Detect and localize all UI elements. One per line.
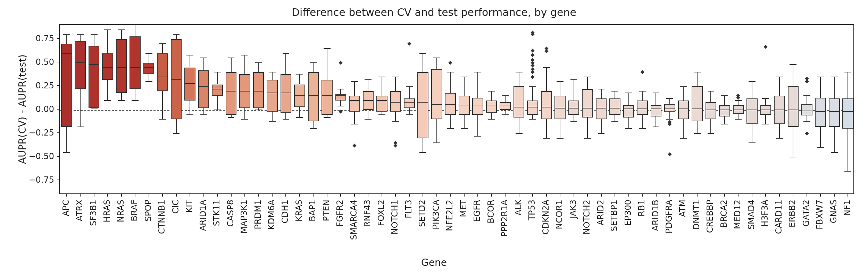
boxplot-box bbox=[485, 25, 498, 193]
boxplot-box bbox=[252, 25, 265, 193]
x-tick bbox=[190, 194, 190, 197]
x-tick-label: NF1 bbox=[842, 200, 852, 216]
x-tick-label: ATRX bbox=[75, 200, 84, 221]
boxplot-box bbox=[649, 25, 663, 193]
x-tick bbox=[327, 194, 327, 197]
x-tick bbox=[66, 194, 67, 197]
x-tick-label: ALK bbox=[514, 200, 523, 216]
x-tick-label: CDKN2A bbox=[541, 200, 551, 235]
boxplot-box bbox=[156, 25, 169, 193]
x-tick-label: RNF43 bbox=[362, 200, 372, 227]
boxplot-box bbox=[238, 25, 251, 193]
x-tick-label: KRAS bbox=[294, 200, 304, 221]
x-tick bbox=[532, 194, 533, 197]
boxplot-box bbox=[87, 25, 101, 193]
x-tick bbox=[340, 194, 341, 197]
x-tick-label: SETBP1 bbox=[609, 200, 619, 231]
x-tick-label: FLT3 bbox=[404, 200, 414, 218]
boxplot-box bbox=[60, 25, 73, 193]
x-tick-label: EGFR bbox=[472, 200, 482, 222]
boxplot-box bbox=[800, 25, 813, 193]
x-tick bbox=[848, 194, 848, 197]
boxplot-box bbox=[115, 25, 128, 193]
outlier-point bbox=[805, 77, 809, 80]
x-tick-label: KDM6A bbox=[267, 200, 276, 230]
x-tick bbox=[615, 194, 615, 197]
x-tick bbox=[765, 194, 766, 197]
boxplot-box bbox=[471, 25, 484, 193]
outlier-point bbox=[531, 67, 534, 71]
x-tick bbox=[162, 194, 163, 197]
boxplot-box bbox=[786, 25, 800, 193]
outlier-point bbox=[764, 45, 768, 49]
x-tick-label: ARID1A bbox=[198, 200, 208, 231]
boxplot-box bbox=[416, 25, 430, 193]
outlier-point bbox=[531, 75, 534, 79]
boxplot-box bbox=[169, 25, 183, 193]
boxplot-box bbox=[265, 25, 279, 193]
x-tick-label: JAK3 bbox=[568, 200, 578, 218]
x-tick-label: TP53 bbox=[527, 200, 537, 220]
x-tick-label: PDGFRA bbox=[664, 200, 674, 233]
boxplot-box bbox=[677, 25, 690, 193]
boxplot-box bbox=[197, 25, 210, 193]
x-tick-label: ERBB2 bbox=[787, 200, 797, 227]
x-tick bbox=[231, 194, 232, 197]
boxplot-box bbox=[142, 25, 156, 193]
x-tick-label: STK11 bbox=[212, 200, 222, 226]
x-tick bbox=[450, 194, 451, 197]
x-tick bbox=[395, 194, 396, 197]
boxplot-box bbox=[745, 25, 759, 193]
boxplot-box bbox=[320, 25, 334, 193]
x-tick bbox=[505, 194, 506, 197]
boxplot-box bbox=[635, 25, 649, 193]
x-tick-label: PRDM1 bbox=[253, 200, 263, 229]
plot-container: −0.75−0.50−0.250.000.250.500.75 bbox=[59, 24, 854, 194]
outlier-point bbox=[805, 131, 809, 135]
boxplot-box bbox=[773, 25, 786, 193]
x-tick-label: GNAS bbox=[829, 200, 838, 223]
x-tick bbox=[738, 194, 738, 197]
boxplot-box bbox=[814, 25, 827, 193]
y-tick-label: 0.25 bbox=[26, 81, 54, 90]
boxplot-box bbox=[663, 25, 676, 193]
y-tick-label: 0.00 bbox=[26, 104, 54, 114]
x-tick-label: MED12 bbox=[733, 200, 742, 229]
boxplot-box bbox=[567, 25, 581, 193]
boxplot-box bbox=[526, 25, 539, 193]
x-tick bbox=[574, 194, 574, 197]
x-tick-label: ARID2 bbox=[596, 200, 606, 225]
plot-area bbox=[59, 24, 854, 194]
x-tick bbox=[382, 194, 382, 197]
x-tick-label: NOTCH2 bbox=[582, 200, 592, 234]
x-tick-label: BCOR bbox=[486, 200, 496, 223]
x-tick bbox=[258, 194, 259, 197]
x-tick-label: CREBBP bbox=[705, 200, 715, 233]
x-tick bbox=[107, 194, 108, 197]
x-tick-label: GATA2 bbox=[801, 200, 811, 227]
boxplot-box bbox=[704, 25, 718, 193]
y-tick-label: 0.75 bbox=[26, 34, 54, 43]
x-tick-label: ATM bbox=[678, 200, 687, 217]
x-tick bbox=[560, 194, 560, 197]
boxplot-box bbox=[512, 25, 526, 193]
x-tick-label: CASP8 bbox=[226, 200, 235, 227]
outlier-point bbox=[531, 53, 534, 57]
boxplot-box bbox=[759, 25, 773, 193]
x-tick-label: SMARCA4 bbox=[349, 200, 359, 240]
x-tick-label: CARD11 bbox=[774, 200, 784, 234]
boxplot-box bbox=[498, 25, 512, 193]
x-tick-label: PIK3CA bbox=[431, 200, 441, 229]
y-tick-label: −0.50 bbox=[26, 151, 54, 161]
x-tick bbox=[807, 194, 807, 197]
x-tick bbox=[669, 194, 670, 197]
x-tick-label: EP300 bbox=[623, 200, 633, 226]
x-tick-label: SETD2 bbox=[417, 200, 427, 227]
x-tick bbox=[642, 194, 643, 197]
x-tick bbox=[710, 194, 711, 197]
x-tick-label: CIC bbox=[171, 200, 181, 214]
x-tick-label: H3F3A bbox=[760, 200, 770, 227]
x-tick-label: APC bbox=[61, 200, 71, 216]
boxplot-box bbox=[210, 25, 224, 193]
boxplot-box bbox=[101, 25, 114, 193]
